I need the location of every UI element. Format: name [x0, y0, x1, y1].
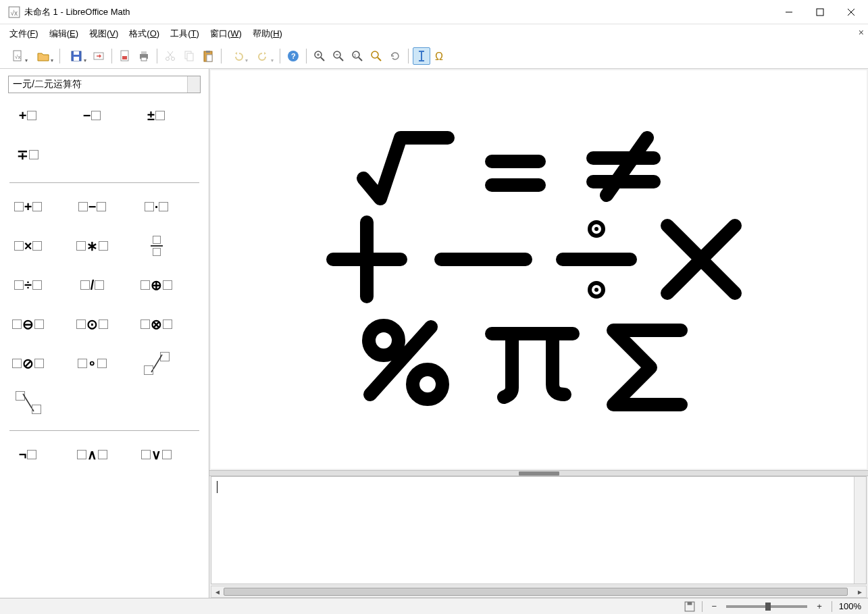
close-button[interactable] [836, 0, 867, 24]
export-pdf-button[interactable] [116, 47, 134, 65]
maximize-button[interactable] [805, 0, 836, 24]
command-pane [211, 476, 867, 584]
refresh-button[interactable] [386, 47, 404, 65]
zoom-100-button[interactable]: 1 [349, 47, 366, 65]
main-area: 一元/二元运算符 ⌄ + − ± ∓ + − · × ∗ [0, 69, 868, 598]
svg-rect-13 [122, 56, 127, 59]
elem-or[interactable]: ∨ [138, 443, 175, 466]
command-input[interactable] [211, 477, 854, 584]
menu-edit[interactable]: 编辑(E) [44, 26, 84, 42]
cut-button[interactable] [161, 47, 179, 65]
print-button[interactable] [135, 47, 153, 65]
svg-text:Ω: Ω [435, 51, 443, 62]
elem-circ[interactable]: ∘ [74, 352, 111, 375]
symbols-button[interactable]: Ω [432, 47, 449, 65]
svg-point-38 [372, 51, 378, 58]
menu-help[interactable]: 帮助(H) [247, 26, 288, 42]
elem-minus[interactable]: − [74, 195, 111, 218]
horizontal-scrollbar[interactable]: ◄ ► [211, 586, 867, 598]
zoom-fit-button[interactable] [367, 47, 385, 65]
save-status-icon[interactable] [684, 601, 695, 612]
svg-line-20 [168, 51, 172, 57]
new-button[interactable]: √x [5, 47, 30, 65]
export-button[interactable] [90, 47, 107, 65]
elem-oslash[interactable]: ⊘ [9, 352, 47, 375]
svg-rect-16 [141, 57, 147, 61]
formula-graphic [323, 124, 755, 421]
svg-rect-15 [141, 51, 147, 54]
svg-text:√x: √x [15, 54, 20, 60]
paste-button[interactable] [199, 47, 217, 65]
elem-oplus[interactable]: ⊕ [138, 274, 175, 297]
close-document-icon[interactable]: × [859, 27, 864, 38]
window-title: 未命名 1 - LibreOffice Math [24, 6, 773, 18]
menu-bar: 文件(F) 编辑(E) 视图(V) 格式(O) 工具(T) 窗口(W) 帮助(H… [0, 24, 868, 43]
zoom-slider[interactable] [726, 605, 807, 608]
svg-point-54 [594, 227, 598, 231]
redo-button[interactable] [251, 47, 276, 65]
svg-point-18 [172, 57, 175, 60]
help-button[interactable]: ? [284, 47, 302, 65]
elem-div[interactable]: ÷ [9, 274, 47, 297]
menu-view[interactable]: 视图(V) [84, 26, 124, 42]
elem-neg[interactable]: ¬ [9, 443, 47, 466]
svg-line-39 [378, 57, 381, 61]
elem-otimes[interactable]: ⊗ [138, 313, 175, 336]
menu-format[interactable]: 格式(O) [124, 26, 165, 42]
save-button[interactable] [64, 47, 88, 65]
status-bar: − + 100% [0, 598, 868, 614]
elem-frac[interactable] [138, 234, 175, 257]
undo-button[interactable] [226, 47, 250, 65]
zoom-level-label[interactable]: 100% [839, 601, 861, 611]
elem-times[interactable]: × [9, 234, 47, 257]
svg-line-29 [321, 57, 324, 61]
vertical-scrollbar[interactable] [854, 477, 866, 584]
formula-canvas[interactable] [211, 70, 867, 469]
elem-cdot[interactable]: · [138, 195, 175, 218]
svg-text:?: ? [291, 52, 296, 60]
svg-rect-25 [207, 55, 212, 61]
scroll-left-icon[interactable]: ◄ [211, 586, 224, 597]
elem-plus[interactable]: + [9, 195, 47, 218]
elem-ominus[interactable]: ⊖ [9, 313, 47, 336]
svg-point-17 [166, 57, 170, 60]
svg-point-56 [594, 288, 598, 292]
menu-file[interactable]: 文件(F) [4, 26, 44, 42]
elem-widebslash[interactable] [9, 391, 47, 414]
zoom-out-status[interactable]: − [709, 601, 720, 611]
zoom-in-status[interactable]: + [814, 601, 825, 611]
svg-rect-24 [206, 51, 210, 53]
elem-slash[interactable]: / [74, 274, 111, 297]
title-bar: √x 未命名 1 - LibreOffice Math [0, 0, 868, 24]
zoom-in-button[interactable] [311, 47, 328, 65]
minimize-button[interactable] [773, 0, 805, 24]
document-area: ◄ ► [209, 69, 868, 598]
app-icon: √x [8, 6, 20, 18]
svg-point-59 [369, 326, 399, 355]
svg-text:1: 1 [354, 53, 357, 57]
elem-wideslash[interactable] [138, 352, 175, 375]
menu-window[interactable]: 窗口(W) [205, 26, 247, 42]
menu-tools[interactable]: 工具(T) [165, 26, 205, 42]
svg-line-19 [168, 51, 173, 57]
splitter-handle[interactable] [209, 470, 868, 476]
svg-point-61 [413, 369, 442, 399]
elem-minusplus[interactable]: ∓ [9, 143, 47, 166]
svg-text:√x: √x [10, 9, 18, 16]
elem-minus-unary[interactable]: − [74, 104, 111, 127]
elem-plus-unary[interactable]: + [9, 104, 47, 127]
elements-category-combo[interactable]: 一元/二元运算符 ⌄ [8, 76, 201, 93]
formula-cursor-button[interactable] [413, 47, 430, 65]
svg-rect-3 [817, 9, 823, 16]
open-button[interactable] [31, 47, 55, 65]
grip-icon [519, 471, 559, 476]
copy-button[interactable] [180, 47, 198, 65]
elements-panel: 一元/二元运算符 ⌄ + − ± ∓ + − · × ∗ [0, 69, 209, 598]
elem-and[interactable]: ∧ [74, 443, 111, 466]
elem-ast[interactable]: ∗ [74, 234, 111, 257]
elem-plusminus[interactable]: ± [138, 104, 175, 127]
elem-odot[interactable]: ⊙ [74, 313, 111, 336]
zoom-out-button[interactable] [330, 47, 347, 65]
svg-line-33 [340, 57, 343, 61]
scroll-right-icon[interactable]: ► [854, 586, 866, 597]
